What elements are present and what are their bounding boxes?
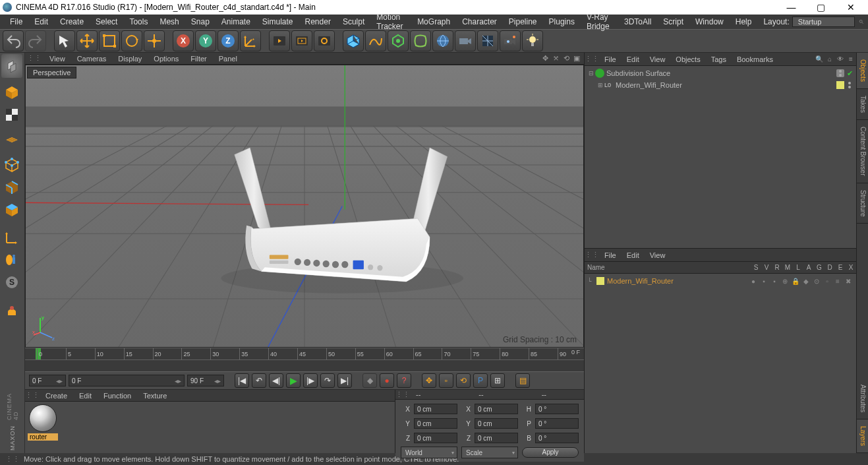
tab-structure[interactable]: Structure	[857, 183, 868, 224]
model-mode-button[interactable]	[1, 82, 22, 103]
coord-mode-dropdown[interactable]: Scale	[461, 447, 518, 458]
layer-toggle-x[interactable]: ✖	[843, 278, 854, 285]
menu-help[interactable]: Help	[730, 16, 758, 28]
menu-render[interactable]: Render	[299, 16, 337, 28]
layer-menu-edit[interactable]: Edit	[622, 251, 645, 260]
material-item[interactable]: router	[28, 404, 58, 450]
maximize-button[interactable]: ▢	[806, 0, 836, 15]
key-scale-button[interactable]: ▫	[439, 373, 453, 388]
render-check-icon[interactable]: ✔	[846, 69, 854, 77]
layer-toggle-r[interactable]: ▪	[769, 278, 780, 285]
axis-gizmo[interactable]: y x z	[32, 314, 59, 340]
size-x-field[interactable]: 0 cm	[475, 404, 518, 414]
layer-col-m[interactable]: M	[782, 264, 793, 271]
expand-icon[interactable]: ⊞	[596, 82, 604, 88]
menu-create[interactable]: Create	[54, 16, 90, 28]
autokey-button[interactable]: ●	[380, 373, 394, 388]
vp-menu-cameras[interactable]: Cameras	[71, 54, 113, 63]
perspective-viewport[interactable]: Perspective Grid Spacing : 10 cm y x z	[25, 65, 584, 348]
menu-3dtoall[interactable]: 3DToAll	[618, 16, 657, 28]
add-light-button[interactable]	[477, 30, 498, 51]
x-axis-lock[interactable]: X	[173, 30, 194, 51]
home-icon[interactable]: ⌂	[825, 55, 835, 63]
timeline-window-button[interactable]: ▤	[515, 373, 530, 388]
obj-menu-edit[interactable]: Edit	[622, 55, 645, 64]
add-cube-button[interactable]	[343, 30, 364, 51]
add-camera-button[interactable]	[455, 30, 476, 51]
menu-vray[interactable]: V-Ray Bridge	[581, 11, 618, 32]
play-button[interactable]: ▶	[286, 373, 301, 388]
size-z-field[interactable]: 0 cm	[475, 433, 518, 443]
tab-attributes[interactable]: Attributes	[857, 378, 868, 419]
layer-col-d[interactable]: D	[825, 264, 835, 271]
object-tree-row[interactable]: ⊞ L0 Modern_Wifi_Router	[585, 79, 856, 91]
scale-tool[interactable]	[99, 30, 120, 51]
rot-p-field[interactable]: 0 °	[535, 418, 579, 429]
apply-button[interactable]: Apply	[522, 447, 579, 458]
layer-col-s[interactable]: S	[751, 264, 761, 271]
menu-select[interactable]: Select	[90, 16, 123, 28]
render-view-button[interactable]	[269, 30, 290, 51]
soft-select-button[interactable]	[1, 299, 22, 321]
undo-button[interactable]	[3, 30, 24, 51]
frame-start-field[interactable]: 0 F◂▸	[29, 375, 66, 387]
snap-toggle-button[interactable]: S	[1, 272, 22, 293]
menu-sculpt[interactable]: Sculpt	[337, 16, 370, 28]
layer-toggle-v[interactable]: ▪	[759, 278, 769, 285]
tab-content-browser[interactable]: Content Browser	[857, 120, 868, 183]
mat-menu-edit[interactable]: Edit	[73, 391, 98, 400]
collapse-icon[interactable]: ⊟	[587, 70, 595, 77]
key-rot-button[interactable]: ⟲	[456, 373, 471, 388]
key-pla-button[interactable]: ⊞	[490, 373, 505, 388]
menu-motiontracker[interactable]: Motion Tracker	[370, 11, 411, 32]
tab-objects[interactable]: Objects	[857, 53, 868, 89]
edges-mode-button[interactable]	[1, 177, 22, 198]
key-param-button[interactable]: P	[473, 373, 488, 388]
vp-menu-display[interactable]: Display	[112, 54, 148, 63]
workplane-mode-button[interactable]	[1, 127, 22, 148]
filter-icon[interactable]: ≡	[846, 55, 856, 63]
layer-name[interactable]: Modern_Wifi_Router	[607, 277, 748, 285]
layer-toggle-e[interactable]: ≡	[832, 278, 843, 285]
prev-key-button[interactable]: ↶	[252, 373, 266, 388]
timeline-ruler[interactable]: 0 F 051015202530354045505560657075808590	[25, 348, 584, 359]
next-frame-button[interactable]: |▶	[303, 373, 318, 388]
goto-start-button[interactable]: |◀	[235, 373, 249, 388]
prev-frame-button[interactable]: ◀|	[269, 373, 283, 388]
mat-menu-function[interactable]: Function	[98, 391, 137, 400]
rotate-tool[interactable]	[121, 30, 142, 51]
grip-icon[interactable]: ⋮⋮	[585, 251, 599, 259]
redo-button[interactable]	[25, 30, 46, 51]
mat-menu-create[interactable]: Create	[40, 391, 73, 400]
rot-h-field[interactable]: 0 °	[535, 404, 579, 414]
close-button[interactable]: ✕	[836, 0, 865, 15]
layer-expand-icon[interactable]: └	[587, 278, 596, 284]
vp-menu-view[interactable]: View	[43, 54, 71, 63]
layer-menu-file[interactable]: File	[599, 251, 622, 260]
grip-icon[interactable]: ⋮⋮	[25, 391, 40, 400]
render-region-button[interactable]	[291, 30, 312, 51]
vp-menu-filter[interactable]: Filter	[185, 54, 212, 63]
vp-maximize-icon[interactable]: ▣	[572, 54, 581, 63]
grip-icon[interactable]: ⋮⋮	[25, 54, 43, 63]
obj-menu-file[interactable]: File	[599, 55, 622, 64]
texture-mode-button[interactable]	[1, 104, 22, 125]
menu-tools[interactable]: Tools	[123, 16, 154, 28]
points-mode-button[interactable]	[1, 154, 22, 175]
menu-character[interactable]: Character	[456, 16, 503, 28]
add-deformer-button[interactable]	[410, 30, 431, 51]
eye-icon[interactable]: 👁	[835, 55, 846, 63]
pos-z-field[interactable]: 0 cm	[414, 433, 457, 443]
live-select-tool[interactable]	[54, 30, 75, 51]
add-generator-button[interactable]	[388, 30, 409, 51]
visibility-dots-icon[interactable]	[846, 81, 854, 89]
obj-menu-tags[interactable]: Tags	[706, 55, 732, 64]
tab-takes[interactable]: Takes	[857, 89, 868, 120]
object-name[interactable]: Subdivision Surface	[606, 69, 836, 77]
vp-pan-icon[interactable]: ✥	[540, 54, 550, 63]
key-pos-button[interactable]: ✥	[422, 373, 436, 388]
vray-camera-button[interactable]	[500, 30, 521, 51]
layer-col-x[interactable]: X	[846, 264, 856, 271]
menu-mesh[interactable]: Mesh	[154, 16, 185, 28]
frame-end-field[interactable]: 90 F◂▸	[187, 375, 224, 387]
